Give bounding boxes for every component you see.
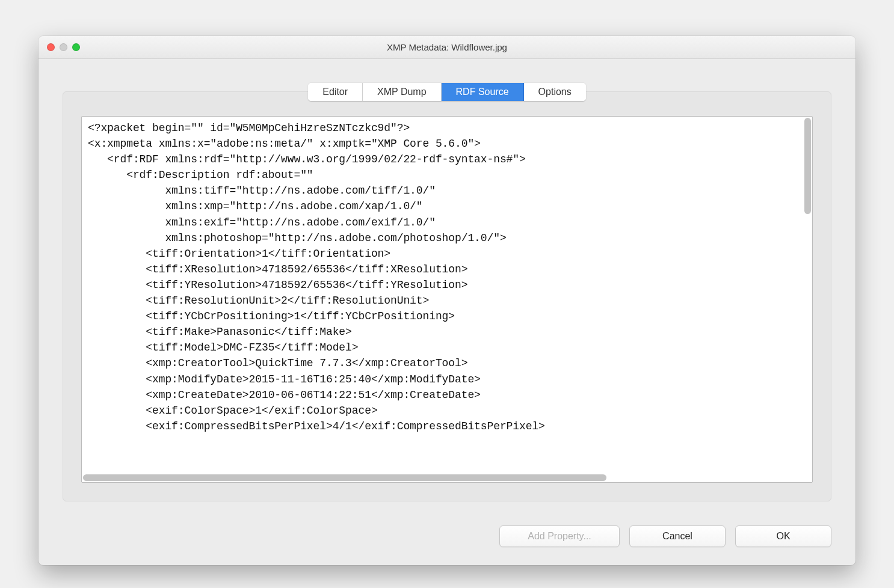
source-area-wrap: <?xpacket begin="" id="W5M0MpCehiHzreSzN… [81,116,813,483]
button-row: Add Property... Cancel OK [63,501,831,547]
tab-xmp-dump[interactable]: XMP Dump [363,83,442,101]
traffic-lights [39,43,80,51]
tab-editor[interactable]: Editor [308,83,363,101]
vertical-scrollbar-thumb[interactable] [804,118,811,214]
tabbar: Editor XMP Dump RDF Source Options [63,83,831,101]
dialog-window: XMP Metadata: Wildflower.jpg Editor XMP … [39,36,855,565]
horizontal-scrollbar-thumb[interactable] [83,474,606,481]
maximize-icon[interactable] [72,43,80,51]
dialog-content: Editor XMP Dump RDF Source Options <?xpa… [39,59,855,565]
minimize-icon [60,43,67,51]
ok-button[interactable]: OK [735,525,831,547]
tab-group: Editor XMP Dump RDF Source Options [308,83,585,101]
close-icon[interactable] [47,43,55,51]
rdf-source-text[interactable]: <?xpacket begin="" id="W5M0MpCehiHzreSzN… [82,117,803,482]
titlebar[interactable]: XMP Metadata: Wildflower.jpg [39,36,855,59]
tab-rdf-source[interactable]: RDF Source [442,83,524,101]
tab-options[interactable]: Options [524,83,586,101]
panel: <?xpacket begin="" id="W5M0MpCehiHzreSzN… [63,91,831,501]
vertical-scrollbar[interactable] [803,117,812,482]
add-property-button: Add Property... [499,525,620,547]
horizontal-scrollbar[interactable] [82,473,803,482]
cancel-button[interactable]: Cancel [629,525,726,547]
window-title: XMP Metadata: Wildflower.jpg [39,42,855,52]
